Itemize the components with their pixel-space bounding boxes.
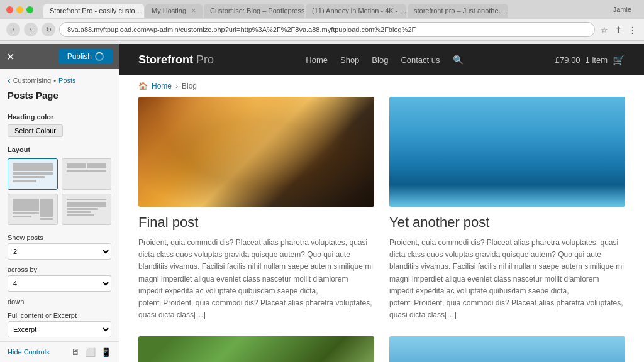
forward-button[interactable]: › bbox=[24, 23, 38, 36]
customizer-toolbar: ✕ Publish bbox=[0, 44, 119, 69]
tab-label: storefront pro – Just anothe… bbox=[414, 7, 506, 14]
cart-area: £79.00 1 item 🛒 bbox=[555, 54, 625, 66]
down-field: down bbox=[8, 298, 111, 305]
extensions-icon[interactable]: ⋮ bbox=[626, 24, 638, 35]
back-button[interactable]: ‹ bbox=[6, 23, 20, 36]
traffic-lights bbox=[6, 6, 33, 13]
cart-icon[interactable]: 🛒 bbox=[613, 54, 625, 66]
layout-option-1[interactable] bbox=[8, 158, 58, 190]
customizer-content: Heading color Select Colour Layout bbox=[0, 107, 119, 341]
tab-label: Storefront Pro - easily custo… bbox=[50, 7, 142, 14]
layout-options bbox=[8, 158, 111, 225]
breadcrumb-current: Blog bbox=[182, 82, 197, 90]
tab-label: Customise: Blog – Pootlepress … bbox=[210, 7, 304, 14]
footer-icons: 🖥 ⬜ 📱 bbox=[71, 347, 111, 357]
site-header: Storefront Pro Home Shop Blog Contact us… bbox=[119, 44, 644, 75]
browser-nav-icons: ☆ ⬆ ⋮ bbox=[599, 24, 638, 35]
nav-shop[interactable]: Shop bbox=[340, 55, 359, 65]
layout-label: Layout bbox=[8, 146, 111, 153]
post-title-1: Yet another post bbox=[389, 214, 625, 231]
post-image-3 bbox=[389, 336, 625, 362]
tab-customise-blog[interactable]: Customise: Blog – Pootlepress … ✕ bbox=[204, 4, 304, 18]
show-posts-select[interactable]: 246 bbox=[8, 243, 111, 260]
blog-post-3 bbox=[389, 336, 625, 362]
desktop-icon[interactable]: 🖥 bbox=[71, 347, 80, 357]
post-excerpt-1: Proident, quia commodi dis? Placeat alia… bbox=[389, 237, 625, 321]
browser-chrome: Storefront Pro - easily custo… ✕ My Host… bbox=[0, 0, 644, 44]
breadcrumb-customising: Customising bbox=[13, 77, 52, 84]
breadcrumb-house-icon: 🏠 bbox=[138, 82, 148, 90]
site-breadcrumb: 🏠 Home › Blog bbox=[119, 75, 644, 97]
customizer-close-button[interactable]: ✕ bbox=[6, 51, 14, 63]
post-title-0: Final post bbox=[138, 214, 374, 231]
show-posts-field: Show posts 246 bbox=[8, 234, 111, 260]
post-image-2 bbox=[138, 336, 374, 362]
site-logo[interactable]: Storefront Pro bbox=[138, 53, 214, 67]
cart-price: £79.00 bbox=[555, 55, 580, 65]
browser-user: Jamie bbox=[613, 6, 638, 13]
layout-option-3[interactable] bbox=[8, 194, 58, 225]
preview-area: Storefront Pro Home Shop Blog Contact us… bbox=[119, 44, 644, 362]
browser-nav: ‹ › ↻ 8va.a88.myftpupload.com/wp-admin/c… bbox=[0, 19, 644, 41]
tab-my-hosting[interactable]: My Hosting ✕ bbox=[145, 4, 203, 18]
close-dot[interactable] bbox=[6, 6, 13, 13]
tab-storefront-another[interactable]: storefront pro – Just anothe… ✕ bbox=[408, 4, 508, 18]
breadcrumb-separator: › bbox=[175, 82, 178, 90]
full-content-label: Full content or Excerpt bbox=[8, 312, 111, 319]
nav-contact[interactable]: Contact us bbox=[401, 55, 440, 65]
tab-label: My Hosting bbox=[152, 7, 186, 14]
post-image-0 bbox=[138, 97, 374, 207]
layout-option-4[interactable] bbox=[62, 194, 112, 225]
address-text: 8va.a88.myftpupload.com/wp-admin/customi… bbox=[67, 26, 416, 33]
customizer-breadcrumb: ‹ Customising • Posts bbox=[0, 69, 119, 89]
tab-close-icon[interactable]: ✕ bbox=[191, 8, 196, 14]
browser-tabs: Storefront Pro - easily custo… ✕ My Host… bbox=[38, 1, 513, 18]
full-content-field: Full content or Excerpt ExcerptFull cont… bbox=[8, 312, 111, 337]
cart-count: 1 item bbox=[586, 55, 608, 65]
hide-controls-button[interactable]: Hide Controls bbox=[8, 348, 50, 356]
publish-button[interactable]: Publish bbox=[58, 49, 113, 64]
full-content-select[interactable]: ExcerptFull content bbox=[8, 321, 111, 337]
show-posts-label: Show posts bbox=[8, 234, 111, 241]
post-coast-graphic bbox=[389, 336, 625, 362]
address-bar[interactable]: 8va.a88.myftpupload.com/wp-admin/customi… bbox=[59, 22, 595, 37]
across-by-label: across by bbox=[8, 266, 111, 273]
tab-annecy[interactable]: (11) Annecy in Motion - 4K - … ✕ bbox=[306, 4, 406, 18]
tab-label: (11) Annecy in Motion - 4K - … bbox=[312, 7, 406, 14]
select-colour-button[interactable]: Select Colour bbox=[8, 124, 63, 137]
post-excerpt-0: Proident, quia commodi dis? Placeat alia… bbox=[138, 237, 374, 321]
breadcrumb-home-link[interactable]: Home bbox=[152, 82, 172, 90]
tab-storefront-pro[interactable]: Storefront Pro - easily custo… ✕ bbox=[43, 4, 144, 18]
heading-color-label: Heading color bbox=[8, 113, 111, 121]
down-label: down bbox=[8, 298, 111, 305]
nav-blog[interactable]: Blog bbox=[372, 55, 388, 65]
blog-post-0: Final post Proident, quia commodi dis? P… bbox=[138, 97, 374, 321]
share-icon[interactable]: ⬆ bbox=[613, 24, 624, 35]
blog-post-1: Yet another post Proident, quia commodi … bbox=[389, 97, 625, 321]
post-ocean-graphic bbox=[389, 97, 625, 207]
minimize-dot[interactable] bbox=[16, 6, 23, 13]
customizer-page-title: Posts Page bbox=[0, 89, 119, 107]
post-people-graphic bbox=[138, 336, 374, 362]
back-arrow-icon[interactable]: ‹ bbox=[8, 75, 11, 85]
maximize-dot[interactable] bbox=[26, 6, 33, 13]
nav-home[interactable]: Home bbox=[306, 55, 328, 65]
reload-button[interactable]: ↻ bbox=[42, 23, 55, 36]
publish-label: Publish bbox=[67, 52, 92, 61]
site-nav: Home Shop Blog Contact us 🔍 bbox=[306, 55, 463, 65]
publish-spinner bbox=[95, 52, 104, 61]
star-icon[interactable]: ☆ bbox=[599, 24, 610, 35]
app-layout: ✕ Publish ‹ Customising • Posts Posts Pa… bbox=[0, 44, 644, 362]
layout-option-2[interactable] bbox=[62, 158, 112, 190]
search-icon[interactable]: 🔍 bbox=[453, 55, 464, 65]
tablet-icon[interactable]: ⬜ bbox=[85, 347, 96, 357]
across-by-field: across by 423 bbox=[8, 266, 111, 292]
blog-grid: Final post Proident, quia commodi dis? P… bbox=[119, 97, 644, 362]
breadcrumb-separator: • bbox=[53, 77, 56, 84]
blog-post-2 bbox=[138, 336, 374, 362]
customizer-panel: ✕ Publish ‹ Customising • Posts Posts Pa… bbox=[0, 44, 119, 362]
post-building-graphic bbox=[138, 97, 374, 207]
breadcrumb-posts-link[interactable]: Posts bbox=[58, 77, 76, 84]
mobile-icon[interactable]: 📱 bbox=[101, 347, 111, 357]
across-by-select[interactable]: 423 bbox=[8, 275, 111, 292]
